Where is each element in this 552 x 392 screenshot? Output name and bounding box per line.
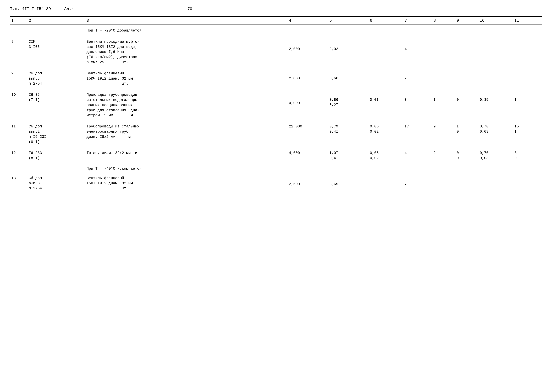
note-temp20: При T = -20°C добавляется — [85, 25, 287, 37]
row-desc-9: Вентиль фланцевыйI5КЧ I9I2 диам. 32 мм ш… — [85, 66, 287, 87]
col-header-11: II — [513, 16, 542, 25]
page-number: 70 — [187, 7, 192, 11]
col-header-2: 2 — [27, 16, 85, 25]
table-row: 9 Сб.доп. вып.3 п.2764 Вентиль фланцевый… — [10, 66, 542, 87]
row-col4-11: 22,000 — [287, 119, 328, 146]
row-col11-8 — [513, 37, 542, 66]
row-col6-13 — [368, 174, 403, 192]
row-code-13: Сб.доп. вып.3 п.2764 — [27, 174, 85, 192]
doc-id: Т.п. 4II-I-I54.89 — [10, 7, 51, 11]
row-desc-11: Трубопроводы из стальныхэлектросварных т… — [85, 119, 287, 146]
row-col10-13 — [478, 174, 513, 192]
row-desc-13: Вентиль фланцевыйI5КТ I9I2 диам. 32 мм ш… — [85, 174, 287, 192]
row-col7-11: I7 — [403, 119, 432, 146]
row-code-12: I6-233 (8-I) — [27, 146, 85, 162]
row-col6-8 — [368, 37, 403, 66]
main-table: I 2 3 4 5 6 7 8 9 IO II При T = -20°C до… — [10, 16, 542, 192]
row-col4-13: 2,500 — [287, 174, 328, 192]
col-header-6: 6 — [368, 16, 403, 25]
col-header-4: 4 — [287, 16, 328, 25]
table-row: I3 Сб.доп. вып.3 п.2764 Вентиль фланцевы… — [10, 174, 542, 192]
row-col9-9 — [455, 66, 479, 87]
row-num-12: I2 — [10, 146, 27, 162]
row-col10-12: 0,700,03 — [478, 146, 513, 162]
col-header-7: 7 — [403, 16, 432, 25]
row-num-13: I3 — [10, 174, 27, 192]
row-col11-9 — [513, 66, 542, 87]
row-col5-11: 0,790,4I — [328, 119, 368, 146]
row-col5-9: 3,66 — [328, 66, 368, 87]
row-col4-9: 2,000 — [287, 66, 328, 87]
row-col10-11: 0,700,03 — [478, 119, 513, 146]
row-col4-12: 4,000 — [287, 146, 328, 162]
row-col9-12: 00 — [455, 146, 479, 162]
row-col8-11: 9 — [432, 119, 455, 146]
row-num-10: IO — [10, 87, 27, 119]
table-row: 8 СIМ 3-I05 Вентили проходные муфто-вые … — [10, 37, 542, 66]
row-col4-8: 2,000 — [287, 37, 328, 66]
row-col8-13 — [432, 174, 455, 192]
row-col5-10: 0,860,2I — [328, 87, 368, 119]
row-col11-13 — [513, 174, 542, 192]
row-col10-10: 0,35 — [478, 87, 513, 119]
row-col6-11: 0,050,02 — [368, 119, 403, 146]
row-col8-12: 2 — [432, 146, 455, 162]
row-col4-10: 4,000 — [287, 87, 328, 119]
col-header-10: IO — [478, 16, 513, 25]
row-col11-11: I5I — [513, 119, 542, 146]
row-col9-8 — [455, 37, 479, 66]
row-col11-10: I — [513, 87, 542, 119]
row-num-9: 9 — [10, 66, 27, 87]
row-code-8: СIМ 3-I05 — [27, 37, 85, 66]
row-col9-11: I0 — [455, 119, 479, 146]
row-code-9: Сб.доп. вып.3 п.2764 — [27, 66, 85, 87]
row-col8-10: I — [432, 87, 455, 119]
page-header: Т.п. 4II-I-I54.89 Ал.4 70 — [10, 7, 542, 11]
note-temp40: При T = -40°C исключается — [85, 162, 287, 174]
table-row: IO I6-35 (7-I) Прокладка трубопроводовиз… — [10, 87, 542, 119]
row-col7-12: 4 — [403, 146, 432, 162]
row-code-10: I6-35 (7-I) — [27, 87, 85, 119]
row-desc-12: То же, диам. 32х2 мм м — [85, 146, 287, 162]
row-desc-10: Прокладка трубопроводовиз стальных водог… — [85, 87, 287, 119]
row-col7-10: 3 — [403, 87, 432, 119]
row-col7-9: 7 — [403, 66, 432, 87]
row-col9-13 — [455, 174, 479, 192]
sheet-label: Ал.4 — [64, 7, 74, 11]
col-header-8: 8 — [432, 16, 455, 25]
col-header-1: I — [10, 16, 27, 25]
col-header-5: 5 — [328, 16, 368, 25]
row-col7-8: 4 — [403, 37, 432, 66]
col-header-3: 3 — [85, 16, 287, 25]
row-col11-12: 30 — [513, 146, 542, 162]
row-desc-8: Вентили проходные муфто-вые I5КЧ I8I2 дл… — [85, 37, 287, 66]
row-num-8: 8 — [10, 37, 27, 66]
row-col10-8 — [478, 37, 513, 66]
col-header-9: 9 — [455, 16, 479, 25]
row-col5-12: I,0I0,4I — [328, 146, 368, 162]
row-num-11: II — [10, 119, 27, 146]
row-col9-10: 0 — [455, 87, 479, 119]
note-row-temp40: При T = -40°C исключается — [10, 162, 542, 174]
table-header-row: I 2 3 4 5 6 7 8 9 IO II — [10, 16, 542, 25]
row-col6-12: 0,050,02 — [368, 146, 403, 162]
row-col7-13: 7 — [403, 174, 432, 192]
row-col6-10: 0,0I — [368, 87, 403, 119]
table-row: I2 I6-233 (8-I) То же, диам. 32х2 мм м 4… — [10, 146, 542, 162]
row-col8-9 — [432, 66, 455, 87]
row-col8-8 — [432, 37, 455, 66]
row-col5-13: 3,65 — [328, 174, 368, 192]
row-code-11: Сб.доп. вып.2 п.I6-23I (8-I) — [27, 119, 85, 146]
row-col6-9 — [368, 66, 403, 87]
table-row: II Сб.доп. вып.2 п.I6-23I (8-I) Трубопро… — [10, 119, 542, 146]
row-col10-9 — [478, 66, 513, 87]
row-col5-8: 2,02 — [328, 37, 368, 66]
note-row-temp20: При T = -20°C добавляется — [10, 25, 542, 37]
